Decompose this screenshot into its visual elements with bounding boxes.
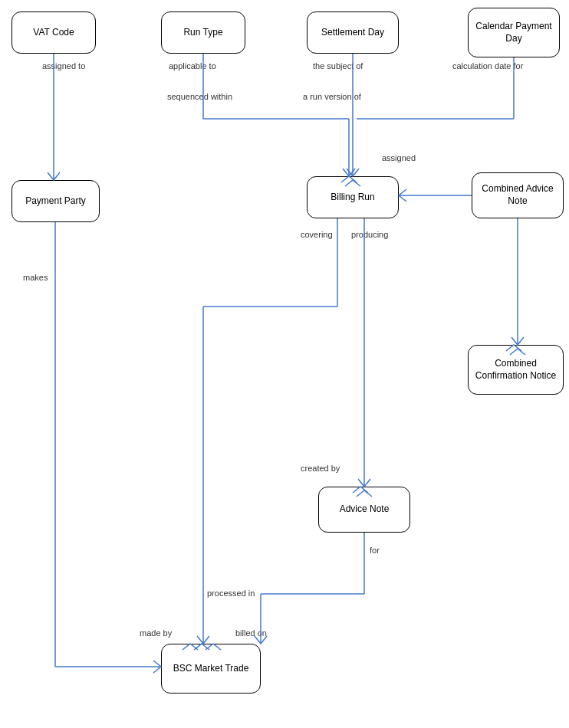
label-processed-in: processed in xyxy=(207,589,255,598)
label-the-subject-of: the subject of xyxy=(313,61,363,71)
advice-note-label: Advice Note xyxy=(340,503,390,516)
label-assigned-to: assigned to xyxy=(42,61,85,71)
node-payment-party: Payment Party xyxy=(12,180,100,222)
settlement-day-label: Settlement Day xyxy=(321,27,384,39)
calendar-payment-day-label: Calendar Payment Day xyxy=(475,21,553,44)
node-advice-note: Advice Note xyxy=(318,487,410,533)
billing-run-label: Billing Run xyxy=(331,192,374,204)
label-makes: makes xyxy=(23,273,48,282)
node-calendar-payment-day: Calendar Payment Day xyxy=(468,8,560,57)
payment-party-label: Payment Party xyxy=(25,195,86,208)
run-type-label: Run Type xyxy=(183,27,222,39)
combined-confirmation-notice-label: Combined Confirmation Notice xyxy=(475,358,557,382)
label-made-by: made by xyxy=(140,628,172,638)
node-billing-run: Billing Run xyxy=(307,176,399,218)
label-created-by: created by xyxy=(301,464,340,473)
label-run-version-of: a run version of xyxy=(303,92,361,101)
label-producing: producing xyxy=(351,230,388,239)
label-billed-on: billed on xyxy=(235,628,267,638)
label-calculation-date-for: calculation date for xyxy=(452,61,523,71)
label-applicable-to: applicable to xyxy=(169,61,216,71)
label-covering: covering xyxy=(301,230,333,239)
node-run-type: Run Type xyxy=(161,11,245,54)
label-sequenced-within: sequenced within xyxy=(167,92,232,101)
node-combined-advice-note: Combined Advice Note xyxy=(472,172,564,218)
node-combined-confirmation-notice: Combined Confirmation Notice xyxy=(468,345,564,395)
bsc-market-trade-label: BSC Market Trade xyxy=(173,663,249,675)
diagram-container: VAT Code Run Type Settlement Day Calenda… xyxy=(0,0,569,728)
node-vat-code: VAT Code xyxy=(12,11,96,54)
combined-advice-note-label: Combined Advice Note xyxy=(479,183,557,207)
label-for: for xyxy=(370,546,380,555)
node-settlement-day: Settlement Day xyxy=(307,11,399,54)
node-bsc-market-trade: BSC Market Trade xyxy=(161,644,261,694)
vat-code-label: VAT Code xyxy=(33,27,74,39)
label-assigned-billing: assigned xyxy=(382,153,416,162)
